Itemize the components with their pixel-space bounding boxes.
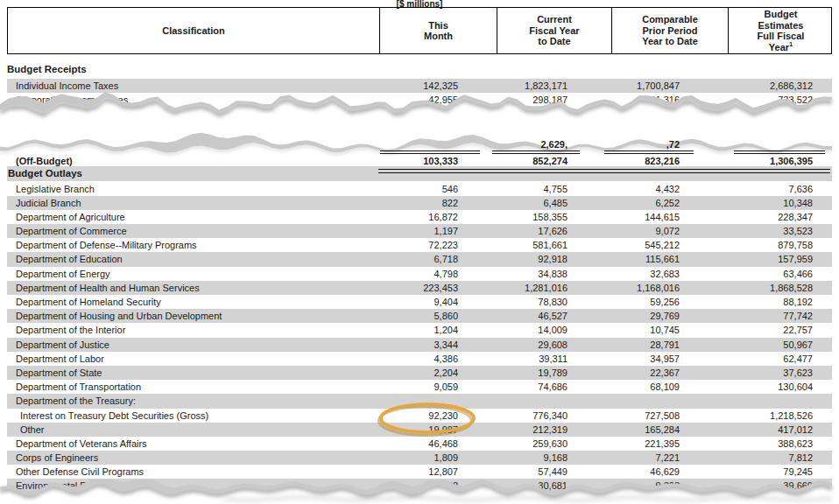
cell-value: 10,745 — [610, 323, 727, 337]
cell-value: 59,256 — [610, 295, 727, 309]
row-label: Department of Education — [7, 252, 378, 266]
row-label: Corps of Engineers — [7, 451, 378, 465]
cell-value: 142,325 — [378, 79, 496, 93]
cell-value: 581,661 — [496, 238, 610, 252]
cell-value: 2,686,312 — [727, 79, 832, 93]
cell-value: 10,348 — [727, 196, 832, 210]
row-label: Department of Agriculture — [7, 210, 378, 224]
table-header: ClassificationThis MonthCurrent Fiscal Y… — [7, 7, 832, 54]
double-rule — [380, 150, 480, 154]
cell-value: 7,636 — [727, 182, 832, 196]
cell-value: 1,306,395 — [727, 154, 832, 168]
cell-value: 103,333 — [378, 154, 496, 168]
table-row: Department of Homeland Security9,40478,8… — [7, 295, 832, 309]
row-label: Department of Homeland Security — [7, 295, 378, 309]
cell-value: 823,216 — [610, 154, 727, 168]
off-budget-row: (Off-Budget) 103,333 852,274 823,216 1,3… — [7, 154, 832, 168]
table-row: Judicial Branch8226,4856,25210,348 — [7, 196, 832, 210]
cell-value: 50,967 — [727, 338, 832, 352]
cell-value: 221,395 — [610, 437, 727, 451]
cell-value: 4,755 — [496, 182, 610, 196]
row-label: Legislative Branch — [7, 182, 378, 196]
cell-value — [496, 394, 610, 408]
table-row: Environmental Protection Agency1,30830,6… — [7, 479, 832, 493]
cell-value: 29,608 — [496, 338, 610, 352]
section-budget-receipts: Budget Receipts — [7, 64, 87, 74]
table-row: Department of State2,20419,78922,36737,6… — [7, 366, 832, 380]
cell-value: 30,681 — [496, 479, 610, 493]
table-row: Legislative Branch5464,7554,4327,636 — [7, 182, 832, 196]
cell-value: 9,328 — [610, 479, 727, 493]
cell-value: 879,758 — [727, 238, 832, 252]
cell-value: 158,355 — [496, 210, 610, 224]
row-label: Department of Defense--Military Programs — [7, 238, 378, 252]
cell-value: 7,221 — [610, 451, 727, 465]
row-label: Department of the Treasury: — [7, 394, 378, 408]
row-label: Other Defense Civil Programs — [7, 465, 378, 479]
cell-value: 29,769 — [610, 309, 727, 323]
cell-value — [727, 141, 832, 150]
cell-value: 157,959 — [727, 252, 832, 266]
cell-value: 417,012 — [727, 423, 832, 437]
cell-value: 6,252 — [610, 196, 727, 210]
cell-value: 42,955 — [378, 93, 496, 107]
cell-value: 1,868,528 — [727, 281, 832, 295]
outlays-rows: Legislative Branch5464,7554,4327,636Judi… — [7, 182, 832, 494]
double-rule — [378, 169, 830, 173]
cell-value: 14,009 — [496, 323, 610, 337]
cell-value: 1,823,171 — [496, 79, 610, 93]
cell-value: 228,347 — [727, 210, 832, 224]
cell-value: 63,466 — [727, 267, 832, 281]
column-header: This Month — [379, 8, 497, 53]
cell-value: 74,686 — [496, 380, 610, 394]
cell-value: 32,683 — [610, 267, 727, 281]
cell-value: 79,245 — [727, 465, 832, 479]
row-label: Individual Income Taxes — [7, 79, 378, 93]
cell-value: 39,311 — [496, 352, 610, 366]
cell-value: 3,344 — [378, 338, 496, 352]
cell-value: 130,604 — [727, 380, 832, 394]
cell-value: 39,669 — [727, 479, 832, 493]
cell-value: 1,308 — [378, 479, 496, 493]
table-row: Department of Labor4,38639,31134,95762,4… — [7, 352, 832, 366]
cell-value: 776,340 — [496, 409, 610, 423]
table-row: Corps of Engineers1,8099,1687,2217,812 — [7, 451, 832, 465]
cell-value: 212,319 — [496, 423, 610, 437]
row-label: Department of Justice — [7, 338, 378, 352]
table-row: Department of Commerce1,19717,6269,07233… — [7, 224, 832, 238]
table-row: Individual Income Taxes142,3251,823,1711… — [7, 79, 832, 93]
cell-value: 4,386 — [378, 352, 496, 366]
cell-value: 1,700,847 — [610, 79, 727, 93]
table-row: Other Defense Civil Programs12,80757,449… — [7, 465, 832, 479]
row-label: Department of the Interior — [7, 323, 378, 337]
cell-value — [378, 141, 496, 150]
cell-value: 223,453 — [378, 281, 496, 295]
table-row: Department of Veterans Affairs46,468259,… — [7, 437, 832, 451]
row-label — [7, 141, 378, 150]
cell-value: 16,872 — [378, 210, 496, 224]
table-row: Department of the Interior1,20414,00910,… — [7, 323, 832, 337]
table-row: Department of Housing and Urban Developm… — [7, 309, 832, 323]
cell-value: 77,742 — [727, 309, 832, 323]
column-header: Classification — [8, 8, 379, 53]
cell-value: 37,623 — [727, 366, 832, 380]
column-header: Budget Estimates Full Fiscal Year1 — [728, 8, 833, 53]
cell-value: 165,284 — [610, 423, 727, 437]
cell-value: 5,860 — [378, 309, 496, 323]
cell-value: 6,718 — [378, 252, 496, 266]
table-row: Department of Health and Human Services2… — [7, 281, 832, 295]
table-row: Department of Energy4,79834,83832,68363,… — [7, 267, 832, 281]
cell-value: 4,798 — [378, 267, 496, 281]
cell-value: 1,809 — [378, 451, 496, 465]
double-rule — [492, 150, 580, 154]
row-label: Other — [7, 423, 378, 437]
cell-value: 727,508 — [610, 409, 727, 423]
monthly-treasury-statement-page: [$ millions] ClassificationThis MonthCur… — [0, 0, 839, 504]
row-label: Department of Veterans Affairs — [7, 437, 378, 451]
cell-value: 1,204 — [378, 323, 496, 337]
cell-value: 2,204 — [378, 366, 496, 380]
cell-value: 1,218,526 — [727, 409, 832, 423]
cell-value: 9,404 — [378, 295, 496, 309]
row-label: Corporation Income Taxes — [7, 93, 378, 107]
cell-value: 12,807 — [378, 465, 496, 479]
